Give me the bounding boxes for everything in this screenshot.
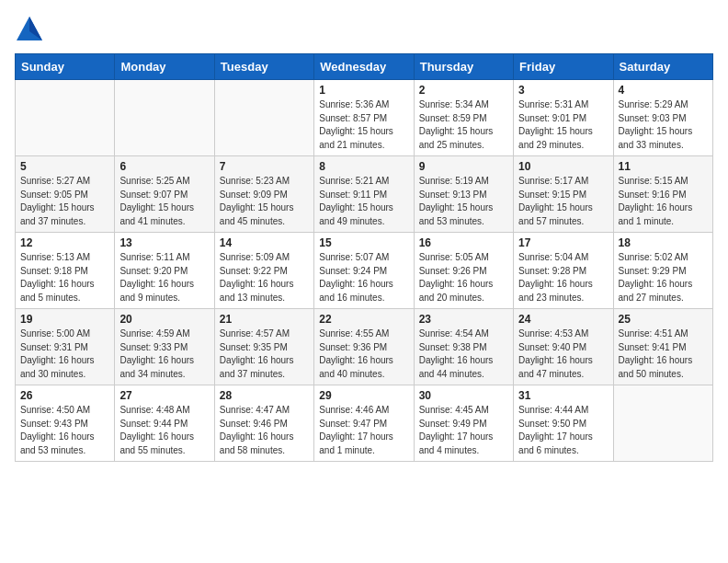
calendar-cell bbox=[613, 385, 712, 462]
week-row-1: 1Sunrise: 5:36 AM Sunset: 8:57 PM Daylig… bbox=[16, 80, 713, 156]
logo bbox=[15, 15, 48, 42]
day-info: Sunrise: 4:46 AM Sunset: 9:47 PM Dayligh… bbox=[319, 404, 408, 457]
calendar-cell: 11Sunrise: 5:15 AM Sunset: 9:16 PM Dayli… bbox=[613, 156, 712, 233]
day-number: 7 bbox=[220, 160, 309, 173]
day-number: 10 bbox=[518, 160, 608, 173]
day-info: Sunrise: 4:50 AM Sunset: 9:43 PM Dayligh… bbox=[20, 404, 109, 457]
day-info: Sunrise: 5:23 AM Sunset: 9:09 PM Dayligh… bbox=[220, 175, 309, 228]
calendar-cell: 27Sunrise: 4:48 AM Sunset: 9:44 PM Dayli… bbox=[115, 385, 214, 462]
calendar-cell: 16Sunrise: 5:05 AM Sunset: 9:26 PM Dayli… bbox=[414, 233, 513, 309]
calendar-cell: 25Sunrise: 4:51 AM Sunset: 9:41 PM Dayli… bbox=[613, 309, 712, 385]
calendar-cell: 19Sunrise: 5:00 AM Sunset: 9:31 PM Dayli… bbox=[16, 309, 115, 385]
calendar-cell: 18Sunrise: 5:02 AM Sunset: 9:29 PM Dayli… bbox=[613, 233, 712, 309]
day-info: Sunrise: 5:02 AM Sunset: 9:29 PM Dayligh… bbox=[619, 251, 708, 304]
day-info: Sunrise: 4:51 AM Sunset: 9:41 PM Dayligh… bbox=[619, 327, 708, 381]
day-number: 23 bbox=[419, 313, 508, 326]
day-info: Sunrise: 5:09 AM Sunset: 9:22 PM Dayligh… bbox=[220, 251, 309, 304]
day-number: 26 bbox=[20, 389, 109, 402]
weekday-header-wednesday: Wednesday bbox=[314, 54, 414, 80]
calendar-cell: 3Sunrise: 5:31 AM Sunset: 9:01 PM Daylig… bbox=[514, 80, 613, 156]
calendar-table: SundayMondayTuesdayWednesdayThursdayFrid… bbox=[15, 53, 713, 462]
day-number: 12 bbox=[20, 236, 109, 249]
day-info: Sunrise: 5:25 AM Sunset: 9:07 PM Dayligh… bbox=[119, 175, 209, 228]
calendar-cell: 14Sunrise: 5:09 AM Sunset: 9:22 PM Dayli… bbox=[214, 233, 313, 309]
calendar-cell: 15Sunrise: 5:07 AM Sunset: 9:24 PM Dayli… bbox=[314, 233, 414, 309]
week-row-3: 12Sunrise: 5:13 AM Sunset: 9:18 PM Dayli… bbox=[16, 233, 713, 309]
day-number: 27 bbox=[119, 389, 209, 402]
calendar-cell: 20Sunrise: 4:59 AM Sunset: 9:33 PM Dayli… bbox=[115, 309, 214, 385]
calendar-cell: 22Sunrise: 4:55 AM Sunset: 9:36 PM Dayli… bbox=[314, 309, 414, 385]
calendar-cell: 26Sunrise: 4:50 AM Sunset: 9:43 PM Dayli… bbox=[16, 385, 115, 462]
day-number: 16 bbox=[419, 236, 508, 249]
day-number: 21 bbox=[220, 313, 309, 326]
day-number: 30 bbox=[419, 389, 508, 402]
day-info: Sunrise: 4:45 AM Sunset: 9:49 PM Dayligh… bbox=[419, 404, 508, 457]
day-info: Sunrise: 4:44 AM Sunset: 9:50 PM Dayligh… bbox=[518, 404, 608, 457]
calendar-cell: 5Sunrise: 5:27 AM Sunset: 9:05 PM Daylig… bbox=[16, 156, 115, 233]
calendar-cell: 28Sunrise: 4:47 AM Sunset: 9:46 PM Dayli… bbox=[214, 385, 313, 462]
logo-icon bbox=[15, 15, 44, 42]
day-info: Sunrise: 5:34 AM Sunset: 8:59 PM Dayligh… bbox=[419, 98, 508, 152]
day-number: 11 bbox=[619, 160, 708, 173]
day-number: 15 bbox=[319, 236, 408, 249]
day-info: Sunrise: 5:04 AM Sunset: 9:28 PM Dayligh… bbox=[518, 251, 608, 304]
calendar-cell: 30Sunrise: 4:45 AM Sunset: 9:49 PM Dayli… bbox=[414, 385, 513, 462]
day-info: Sunrise: 4:57 AM Sunset: 9:35 PM Dayligh… bbox=[220, 327, 309, 381]
day-number: 22 bbox=[319, 313, 408, 326]
day-info: Sunrise: 4:54 AM Sunset: 9:38 PM Dayligh… bbox=[419, 327, 508, 381]
day-info: Sunrise: 5:17 AM Sunset: 9:15 PM Dayligh… bbox=[518, 175, 608, 228]
weekday-header-sunday: Sunday bbox=[16, 54, 115, 80]
day-number: 17 bbox=[518, 236, 608, 249]
calendar-cell: 23Sunrise: 4:54 AM Sunset: 9:38 PM Dayli… bbox=[414, 309, 513, 385]
day-number: 9 bbox=[419, 160, 508, 173]
calendar-cell: 6Sunrise: 5:25 AM Sunset: 9:07 PM Daylig… bbox=[115, 156, 214, 233]
day-number: 13 bbox=[119, 236, 209, 249]
weekday-header-tuesday: Tuesday bbox=[214, 54, 313, 80]
day-number: 18 bbox=[619, 236, 708, 249]
day-info: Sunrise: 5:19 AM Sunset: 9:13 PM Dayligh… bbox=[419, 175, 508, 228]
calendar-cell: 8Sunrise: 5:21 AM Sunset: 9:11 PM Daylig… bbox=[314, 156, 414, 233]
calendar-cell: 21Sunrise: 4:57 AM Sunset: 9:35 PM Dayli… bbox=[214, 309, 313, 385]
day-info: Sunrise: 5:27 AM Sunset: 9:05 PM Dayligh… bbox=[20, 175, 109, 228]
day-number: 6 bbox=[119, 160, 209, 173]
day-info: Sunrise: 5:29 AM Sunset: 9:03 PM Dayligh… bbox=[619, 98, 708, 152]
day-number: 29 bbox=[319, 389, 408, 402]
day-number: 25 bbox=[619, 313, 708, 326]
day-number: 4 bbox=[619, 84, 708, 97]
day-number: 19 bbox=[20, 313, 109, 326]
calendar-cell: 24Sunrise: 4:53 AM Sunset: 9:40 PM Dayli… bbox=[514, 309, 613, 385]
weekday-header-monday: Monday bbox=[115, 54, 214, 80]
day-number: 3 bbox=[518, 84, 608, 97]
day-number: 28 bbox=[220, 389, 309, 402]
day-info: Sunrise: 5:00 AM Sunset: 9:31 PM Dayligh… bbox=[20, 327, 109, 381]
week-row-2: 5Sunrise: 5:27 AM Sunset: 9:05 PM Daylig… bbox=[16, 156, 713, 233]
day-info: Sunrise: 4:53 AM Sunset: 9:40 PM Dayligh… bbox=[518, 327, 608, 381]
day-number: 20 bbox=[119, 313, 209, 326]
calendar-cell: 1Sunrise: 5:36 AM Sunset: 8:57 PM Daylig… bbox=[314, 80, 414, 156]
calendar-cell bbox=[115, 80, 214, 156]
calendar-cell: 10Sunrise: 5:17 AM Sunset: 9:15 PM Dayli… bbox=[514, 156, 613, 233]
calendar-cell: 17Sunrise: 5:04 AM Sunset: 9:28 PM Dayli… bbox=[514, 233, 613, 309]
day-info: Sunrise: 5:31 AM Sunset: 9:01 PM Dayligh… bbox=[518, 98, 608, 152]
page-header bbox=[15, 15, 713, 42]
day-number: 14 bbox=[220, 236, 309, 249]
calendar-cell: 13Sunrise: 5:11 AM Sunset: 9:20 PM Dayli… bbox=[115, 233, 214, 309]
calendar-cell: 9Sunrise: 5:19 AM Sunset: 9:13 PM Daylig… bbox=[414, 156, 513, 233]
day-info: Sunrise: 4:55 AM Sunset: 9:36 PM Dayligh… bbox=[319, 327, 408, 381]
day-info: Sunrise: 5:11 AM Sunset: 9:20 PM Dayligh… bbox=[119, 251, 209, 304]
weekday-header-friday: Friday bbox=[514, 54, 613, 80]
day-info: Sunrise: 4:47 AM Sunset: 9:46 PM Dayligh… bbox=[220, 404, 309, 457]
day-info: Sunrise: 5:07 AM Sunset: 9:24 PM Dayligh… bbox=[319, 251, 408, 304]
day-number: 8 bbox=[319, 160, 408, 173]
week-row-4: 19Sunrise: 5:00 AM Sunset: 9:31 PM Dayli… bbox=[16, 309, 713, 385]
calendar-cell bbox=[214, 80, 313, 156]
calendar-cell: 29Sunrise: 4:46 AM Sunset: 9:47 PM Dayli… bbox=[314, 385, 414, 462]
day-info: Sunrise: 5:36 AM Sunset: 8:57 PM Dayligh… bbox=[319, 98, 408, 152]
day-info: Sunrise: 5:13 AM Sunset: 9:18 PM Dayligh… bbox=[20, 251, 109, 304]
day-number: 31 bbox=[518, 389, 608, 402]
weekday-header-saturday: Saturday bbox=[613, 54, 712, 80]
calendar-cell: 2Sunrise: 5:34 AM Sunset: 8:59 PM Daylig… bbox=[414, 80, 513, 156]
calendar-cell: 31Sunrise: 4:44 AM Sunset: 9:50 PM Dayli… bbox=[514, 385, 613, 462]
weekday-header-row: SundayMondayTuesdayWednesdayThursdayFrid… bbox=[16, 54, 713, 80]
calendar-cell: 7Sunrise: 5:23 AM Sunset: 9:09 PM Daylig… bbox=[214, 156, 313, 233]
